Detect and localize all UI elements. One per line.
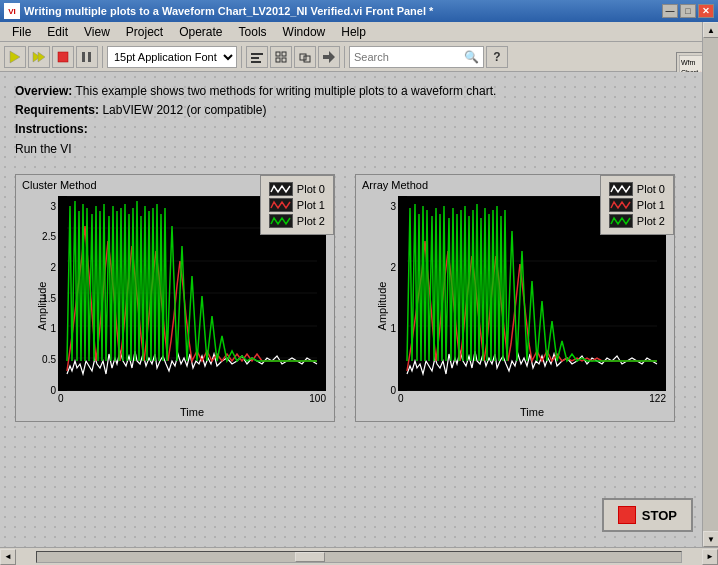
chart2-legend-item-plot2: Plot 2: [609, 214, 665, 228]
font-selector[interactable]: 15pt Application Font: [107, 46, 237, 68]
overview-label: Overview:: [15, 84, 72, 98]
plot0-swatch: [269, 182, 293, 196]
menu-edit[interactable]: Edit: [39, 23, 76, 41]
chart2-x-label: Time: [398, 406, 666, 418]
requirements-label: Requirements:: [15, 103, 99, 117]
right-scrollbar[interactable]: ▲ ▼: [702, 22, 718, 547]
stop-label: STOP: [642, 508, 677, 523]
svg-rect-3: [58, 52, 68, 62]
requirements-text: LabVIEW 2012 (or compatible): [102, 103, 266, 117]
svg-rect-9: [276, 52, 280, 56]
scroll-up-arrow[interactable]: ▲: [703, 22, 718, 38]
svg-rect-7: [251, 57, 259, 59]
chart1-x-ticks: 0 100: [58, 391, 326, 404]
minimize-button[interactable]: —: [662, 4, 678, 18]
svg-marker-0: [10, 51, 20, 63]
abort-button[interactable]: [52, 46, 74, 68]
svg-rect-12: [282, 58, 286, 62]
chart1-x-label: Time: [58, 406, 326, 418]
chart2-plot0-swatch: [609, 182, 633, 196]
close-button[interactable]: ✕: [698, 4, 714, 18]
window-title: Writing multiple plots to a Waveform Cha…: [24, 5, 662, 17]
svg-marker-2: [38, 52, 45, 62]
svg-rect-6: [251, 53, 263, 55]
chart2-y-ticks: 3210: [372, 201, 396, 396]
svg-rect-5: [88, 52, 91, 62]
svg-rect-8: [251, 61, 261, 63]
resize-button[interactable]: [294, 46, 316, 68]
run-continuously-button[interactable]: [28, 46, 50, 68]
run-arrow-button[interactable]: [4, 46, 26, 68]
menu-bar: File Edit View Project Operate Tools Win…: [0, 22, 718, 42]
status-bar: ◄ ►: [0, 547, 718, 565]
chart2-x-max: 122: [649, 393, 666, 404]
svg-text:Wfm: Wfm: [681, 59, 696, 66]
plot1-label: Plot 1: [297, 199, 325, 211]
toolbar: 15pt Application Font 🔍 ?: [0, 42, 718, 72]
title-bar: VI Writing multiple plots to a Waveform …: [0, 0, 718, 22]
chart1-legend: Plot 0 Plot 1 Plot 2: [260, 175, 334, 235]
scroll-vertical-track[interactable]: [703, 38, 718, 531]
menu-file[interactable]: File: [4, 23, 39, 41]
search-icon[interactable]: 🔍: [464, 50, 479, 64]
scroll-horizontal-track[interactable]: [36, 551, 682, 563]
legend-item-plot2: Plot 2: [269, 214, 325, 228]
svg-rect-4: [82, 52, 85, 62]
chart2-plot0-label: Plot 0: [637, 183, 665, 195]
app-icon: VI: [4, 3, 20, 19]
chart2-plot1-swatch: [609, 198, 633, 212]
svg-rect-10: [282, 52, 286, 56]
text-align-button[interactable]: [246, 46, 268, 68]
menu-window[interactable]: Window: [275, 23, 334, 41]
menu-help[interactable]: Help: [333, 23, 374, 41]
scroll-right-arrow[interactable]: ►: [702, 549, 718, 565]
menu-tools[interactable]: Tools: [231, 23, 275, 41]
toolbar-separator-2: [241, 46, 242, 68]
maximize-button[interactable]: □: [680, 4, 696, 18]
chart2-plot2-swatch: [609, 214, 633, 228]
stop-button[interactable]: STOP: [602, 498, 693, 532]
chart2-x-ticks: 0 122: [398, 391, 666, 404]
instructions-text: Run the VI: [15, 142, 72, 156]
toolbar-separator-1: [102, 46, 103, 68]
legend-item-plot1: Plot 1: [269, 198, 325, 212]
chart2-legend: Plot 0 Plot 1 Plot 2: [600, 175, 674, 235]
scroll-down-arrow[interactable]: ▼: [703, 531, 718, 547]
overview-text: This example shows two methods for writi…: [76, 84, 497, 98]
chart-array-method: Plot 0 Plot 1 Plot 2 Array Method: [355, 174, 675, 422]
search-box[interactable]: 🔍: [349, 46, 484, 68]
chart2-legend-item-plot1: Plot 1: [609, 198, 665, 212]
charts-container: Plot 0 Plot 1 Plot 2 Cluster Method: [15, 174, 703, 422]
chart2-x-min: 0: [398, 393, 404, 404]
svg-marker-15: [323, 51, 335, 63]
svg-rect-14: [304, 56, 310, 62]
stop-icon: [618, 506, 636, 524]
title-bar-buttons: — □ ✕: [662, 4, 714, 18]
chart1-x-max: 100: [309, 393, 326, 404]
menu-project[interactable]: Project: [118, 23, 171, 41]
info-section: Overview: This example shows two methods…: [15, 82, 703, 159]
reorder-button[interactable]: [318, 46, 340, 68]
scroll-left-arrow[interactable]: ◄: [0, 549, 16, 565]
chart2-plot2-label: Plot 2: [637, 215, 665, 227]
chart1-x-min: 0: [58, 393, 64, 404]
menu-view[interactable]: View: [76, 23, 118, 41]
plot2-label: Plot 2: [297, 215, 325, 227]
chart-cluster-method: Plot 0 Plot 1 Plot 2 Cluster Method: [15, 174, 335, 422]
legend-item-plot0: Plot 0: [269, 182, 325, 196]
chart1-y-ticks: 32.521.510.50: [32, 201, 56, 396]
scroll-horizontal-thumb[interactable]: [295, 552, 325, 562]
svg-rect-11: [276, 58, 280, 62]
search-input[interactable]: [354, 51, 464, 63]
menu-operate[interactable]: Operate: [171, 23, 230, 41]
instructions-label: Instructions:: [15, 122, 88, 136]
toolbar-separator-3: [344, 46, 345, 68]
plot0-label: Plot 0: [297, 183, 325, 195]
plot2-swatch: [269, 214, 293, 228]
distribute-button[interactable]: [270, 46, 292, 68]
pause-button[interactable]: [76, 46, 98, 68]
stop-button-container: STOP: [602, 498, 693, 532]
main-panel: Overview: This example shows two methods…: [0, 72, 718, 547]
chart2-legend-item-plot0: Plot 0: [609, 182, 665, 196]
help-button[interactable]: ?: [486, 46, 508, 68]
